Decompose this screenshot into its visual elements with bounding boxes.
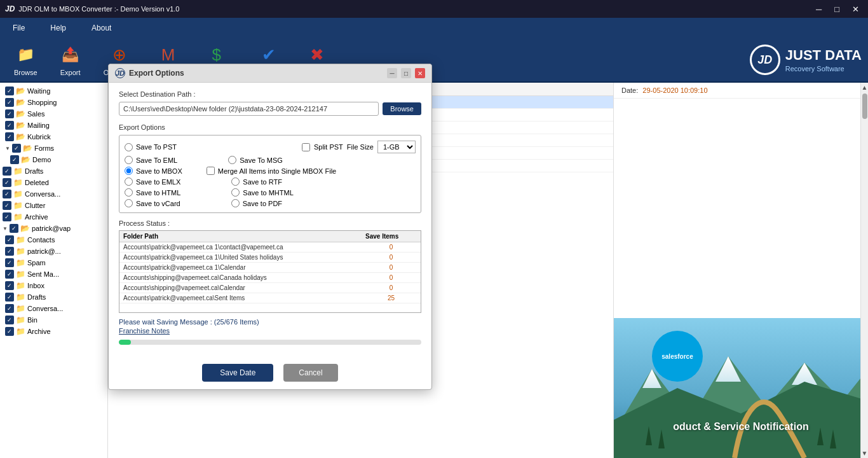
check-shopping[interactable]: ✓ <box>5 98 14 107</box>
toolbar-export[interactable]: 📤 Export <box>51 40 90 80</box>
menu-help[interactable]: Help <box>37 20 79 36</box>
check-kubrick[interactable]: ✓ <box>5 132 14 141</box>
table-row-4: Accounts\shipping@vapemeet.ca\Canada hol… <box>119 273 421 283</box>
radio-save-pdf[interactable] <box>231 199 240 207</box>
check-waiting[interactable]: ✓ <box>5 87 14 95</box>
option-merge-mbox[interactable]: Merge All Items into Single MBOX File <box>207 167 336 175</box>
sidebar-item-clutter[interactable]: ✓ 📁 Clutter <box>0 200 107 211</box>
maximize-button[interactable]: □ <box>831 3 843 15</box>
option-save-pdf[interactable]: Save to PDF <box>231 199 282 207</box>
sidebar-item-archive1[interactable]: ✓ 📁 Archive <box>0 211 107 223</box>
sidebar-item-patrick-vap[interactable]: ▼ ✓ 📂 patrick@vap <box>0 223 107 234</box>
modal-close-button[interactable]: ✕ <box>415 68 425 78</box>
checkbox-split-pst[interactable] <box>302 143 310 151</box>
option-save-pst[interactable]: Save To PST <box>125 143 177 151</box>
folder-icon-conversa1: 📁 <box>13 190 23 198</box>
sidebar-item-conversa1[interactable]: ✓ 📁 Conversa... <box>0 188 107 200</box>
browse-button[interactable]: Browse <box>383 102 421 115</box>
file-size-select[interactable]: 1-GB 2-GB 5-GB <box>377 141 416 153</box>
radio-save-pst[interactable] <box>125 143 133 151</box>
sidebar-item-forms[interactable]: ▼ ✓ 📂 Forms <box>0 142 107 154</box>
progress-bar <box>119 340 131 345</box>
radio-save-rtf[interactable] <box>231 177 240 186</box>
check-drafts2[interactable]: ✓ <box>5 293 14 302</box>
radio-save-eml[interactable] <box>125 156 133 164</box>
option-save-mbox[interactable]: Save to MBOX <box>125 167 182 175</box>
radio-save-html[interactable] <box>125 188 133 197</box>
sidebar-item-sent-mail[interactable]: ✓ 📁 Sent Ma... <box>0 268 107 280</box>
check-mailing[interactable]: ✓ <box>5 121 14 130</box>
minimize-button[interactable]: ─ <box>812 3 825 15</box>
option-save-emlx[interactable]: Save to EMLX <box>125 177 180 186</box>
menu-file[interactable]: File <box>0 20 37 36</box>
check-bin[interactable]: ✓ <box>5 316 14 324</box>
menu-about[interactable]: About <box>79 20 124 36</box>
sidebar-item-inbox[interactable]: ✓ 📁 Inbox <box>0 280 107 291</box>
path-1: Accounts\patrick@vapemeet.ca 1\contact@v… <box>119 242 362 253</box>
modal-minimize-button[interactable]: ─ <box>387 68 397 78</box>
option-save-vcard[interactable]: Save to vCard <box>125 199 180 207</box>
option-save-eml[interactable]: Save To EML <box>125 156 177 164</box>
scroll-thumb[interactable] <box>862 94 867 119</box>
label-save-mbox: Save to MBOX <box>136 167 182 175</box>
check-sent-mail[interactable]: ✓ <box>5 270 14 279</box>
check-spam[interactable]: ✓ <box>5 258 14 267</box>
check-inbox[interactable]: ✓ <box>5 281 14 290</box>
path-input[interactable] <box>119 102 379 116</box>
gmail-icon: M <box>157 43 180 66</box>
sidebar-item-shopping[interactable]: ✓ 📂 Shopping <box>0 97 107 108</box>
scroll-up-arrow[interactable]: ▲ <box>860 83 868 92</box>
sidebar-item-deleted[interactable]: ✓ 📁 Deleted <box>0 177 107 188</box>
cancel-button[interactable]: Cancel <box>283 364 337 382</box>
radio-save-msg[interactable] <box>228 156 236 164</box>
save-date-button[interactable]: Save Date <box>202 364 273 382</box>
sidebar-item-drafts1[interactable]: ✓ 📁 Drafts <box>0 165 107 177</box>
option-save-mhtml[interactable]: Save to MHTML <box>231 188 293 197</box>
sidebar-item-waiting[interactable]: ✓ 📂 Waiting <box>0 85 107 97</box>
sidebar-item-patrick-sub[interactable]: ✓ 📁 patrick@... <box>0 246 107 257</box>
toolbar-browse[interactable]: 📁 Browse <box>6 40 45 80</box>
sidebar-item-conversa2[interactable]: ✓ 📁 Conversa... <box>0 303 107 314</box>
check-deleted[interactable]: ✓ <box>3 178 11 187</box>
option-save-html[interactable]: Save to HTML <box>125 188 180 197</box>
scroll-down-arrow[interactable]: ▼ <box>860 448 868 458</box>
option-save-msg[interactable]: Save To MSG <box>228 156 283 164</box>
sidebar-item-spam[interactable]: ✓ 📁 Spam <box>0 257 107 268</box>
franchise-link[interactable]: Franchise Notes <box>119 327 421 335</box>
split-pst-row: Split PST File Size 1-GB 2-GB 5-GB <box>302 141 416 153</box>
option-save-rtf[interactable]: Save to RTF <box>231 177 282 186</box>
title-bar-left: JD JDR OLM to MBOX Converter :- Demo Ver… <box>5 4 179 13</box>
preview-date-label: Date: <box>621 87 638 94</box>
sidebar-item-drafts2[interactable]: ✓ 📁 Drafts <box>0 291 107 303</box>
radio-save-mhtml[interactable] <box>231 188 240 197</box>
check-conversa2[interactable]: ✓ <box>5 304 14 313</box>
table-row-1: Accounts\patrick@vapemeet.ca 1\contact@v… <box>119 242 421 253</box>
check-conversa1[interactable]: ✓ <box>3 190 11 198</box>
sidebar-item-archive2[interactable]: ✓ 📁 Archive <box>0 326 107 337</box>
check-forms[interactable]: ✓ <box>12 144 21 153</box>
check-patrick-sub[interactable]: ✓ <box>5 247 14 256</box>
sidebar-item-contacts[interactable]: ✓ 📁 Contacts <box>0 234 107 246</box>
sidebar-item-bin[interactable]: ✓ 📁 Bin <box>0 314 107 326</box>
sidebar-item-demo[interactable]: ✓ 📂 Demo <box>0 154 107 165</box>
preview-pane: Date: 29-05-2020 10:09:10 <box>614 83 868 458</box>
check-clutter[interactable]: ✓ <box>3 201 11 210</box>
check-sales[interactable]: ✓ <box>5 109 14 118</box>
radio-save-mbox[interactable] <box>125 167 133 175</box>
sidebar-item-sales[interactable]: ✓ 📂 Sales <box>0 108 107 120</box>
check-drafts1[interactable]: ✓ <box>3 167 11 176</box>
checkbox-merge-mbox[interactable] <box>207 167 215 175</box>
check-contacts[interactable]: ✓ <box>5 235 14 244</box>
preview-scrollbar[interactable]: ▲ ▼ <box>860 83 868 458</box>
check-archive2[interactable]: ✓ <box>5 327 14 336</box>
check-archive1[interactable]: ✓ <box>3 212 11 221</box>
check-demo[interactable]: ✓ <box>10 155 19 164</box>
radio-save-vcard[interactable] <box>125 199 133 207</box>
check-patrick-vap[interactable]: ✓ <box>10 224 18 233</box>
items-3: 0 <box>362 263 421 273</box>
radio-save-emlx[interactable] <box>125 177 133 186</box>
modal-restore-button[interactable]: □ <box>401 68 411 78</box>
close-button[interactable]: ✕ <box>848 3 863 15</box>
sidebar-item-mailing[interactable]: ✓ 📂 Mailing <box>0 120 107 131</box>
sidebar-item-kubrick[interactable]: ✓ 📂 Kubrick <box>0 131 107 142</box>
